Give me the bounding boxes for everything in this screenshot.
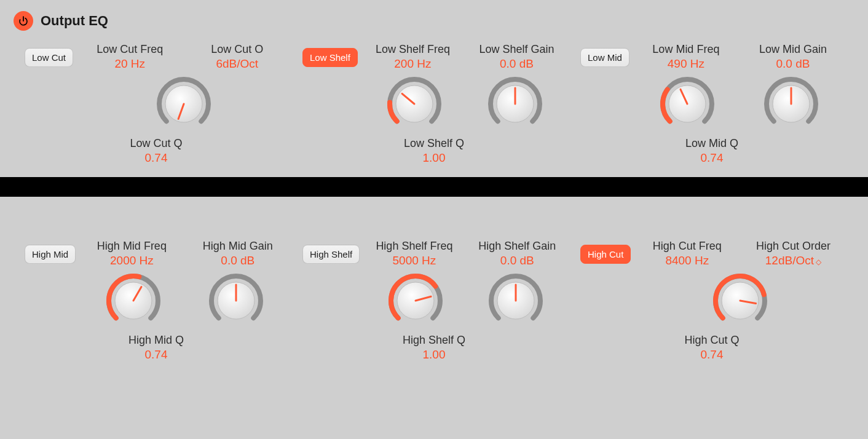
- band-high-shelf: High Shelf High Shelf Freq 5000 Hz High …: [295, 240, 573, 362]
- high-shelf-q-value[interactable]: 1.00: [302, 348, 566, 362]
- high-mid-gain-label: High Mid Gain: [203, 240, 273, 253]
- high-cut-freq-value[interactable]: 8400 Hz: [665, 254, 709, 267]
- high-shelf-q-param: High Shelf Q 1.00: [302, 334, 566, 362]
- power-icon: [18, 15, 29, 26]
- low-shelf-gain-label: Low Shelf Gain: [479, 43, 554, 56]
- low-mid-freq-value[interactable]: 490 Hz: [668, 57, 704, 71]
- low-cut-q-value[interactable]: 0.74: [25, 151, 288, 165]
- high-shelf-freq-param: High Shelf Freq 5000 Hz: [366, 240, 462, 267]
- high-cut-freq-knob[interactable]: [712, 272, 768, 329]
- high-mid-freq-value[interactable]: 2000 Hz: [110, 254, 154, 267]
- low-cut-freq-value[interactable]: 20 Hz: [114, 57, 145, 71]
- header: Output EQ: [0, 0, 868, 39]
- high-mid-q-value[interactable]: 0.74: [25, 348, 288, 362]
- low-shelf-freq-param: Low Shelf Freq 200 Hz: [364, 43, 462, 71]
- low-cut-freq-knob[interactable]: [156, 76, 212, 132]
- high-shelf-q-label: High Shelf Q: [302, 334, 566, 347]
- low-cut-button[interactable]: Low Cut: [25, 48, 73, 67]
- low-mid-q-label: Low Mid Q: [580, 137, 843, 150]
- high-mid-gain-knob[interactable]: [208, 272, 264, 329]
- high-shelf-gain-label: High Shelf Gain: [478, 240, 556, 253]
- row-divider: [0, 177, 868, 197]
- high-mid-gain-param: High Mid Gain 0.0 dB: [188, 240, 288, 267]
- high-shelf-freq-label: High Shelf Freq: [376, 240, 452, 253]
- low-cut-q-param: Low Cut Q 0.74: [25, 137, 288, 165]
- eq-row-1: Low Cut Low Cut Freq 20 Hz Low Cut O 6dB…: [0, 39, 868, 177]
- low-cut-freq-label: Low Cut Freq: [97, 43, 163, 56]
- page-title: Output EQ: [41, 13, 108, 29]
- low-mid-q-value[interactable]: 0.74: [580, 151, 843, 165]
- band-high-cut: High Cut High Cut Freq 8400 Hz High Cut …: [573, 240, 851, 362]
- high-cut-q-param: High Cut Q 0.74: [580, 334, 843, 362]
- high-cut-order-param: High Cut Order 12dB/Oct: [743, 240, 843, 267]
- high-mid-freq-knob[interactable]: [105, 272, 162, 329]
- low-shelf-q-label: Low Shelf Q: [302, 137, 566, 150]
- high-mid-button[interactable]: High Mid: [25, 245, 76, 264]
- low-shelf-gain-knob[interactable]: [487, 76, 543, 132]
- low-mid-gain-knob[interactable]: [763, 76, 819, 132]
- high-mid-q-label: High Mid Q: [25, 334, 288, 347]
- low-cut-order-param: Low Cut O 6dB/Oct: [187, 43, 288, 71]
- high-mid-freq-param: High Mid Freq 2000 Hz: [82, 240, 181, 267]
- power-button[interactable]: [14, 11, 33, 31]
- high-shelf-freq-knob[interactable]: [387, 272, 444, 329]
- low-mid-gain-value[interactable]: 0.0 dB: [776, 57, 810, 71]
- low-mid-q-param: Low Mid Q 0.74: [580, 137, 843, 165]
- band-low-cut: Low Cut Low Cut Freq 20 Hz Low Cut O 6dB…: [17, 43, 295, 165]
- low-mid-freq-param: Low Mid Freq 490 Hz: [636, 43, 736, 71]
- low-mid-gain-label: Low Mid Gain: [759, 43, 827, 56]
- high-cut-button[interactable]: High Cut: [580, 245, 631, 264]
- low-shelf-button[interactable]: Low Shelf: [302, 48, 358, 67]
- low-mid-freq-label: Low Mid Freq: [652, 43, 719, 56]
- high-cut-freq-param: High Cut Freq 8400 Hz: [637, 240, 737, 267]
- high-shelf-gain-param: High Shelf Gain 0.0 dB: [469, 240, 566, 267]
- low-cut-q-label: Low Cut Q: [25, 137, 288, 150]
- low-cut-order-label: Low Cut O: [211, 43, 263, 56]
- low-shelf-gain-param: Low Shelf Gain 0.0 dB: [468, 43, 566, 71]
- high-shelf-gain-value[interactable]: 0.0 dB: [500, 254, 534, 267]
- high-mid-freq-label: High Mid Freq: [97, 240, 167, 253]
- high-cut-order-value[interactable]: 12dB/Oct: [765, 254, 822, 267]
- high-cut-freq-label: High Cut Freq: [653, 240, 722, 253]
- high-cut-q-value[interactable]: 0.74: [580, 348, 843, 362]
- low-mid-button[interactable]: Low Mid: [580, 48, 629, 67]
- low-shelf-q-value[interactable]: 1.00: [302, 151, 566, 165]
- high-cut-order-label: High Cut Order: [756, 240, 831, 253]
- band-low-shelf: Low Shelf Low Shelf Freq 200 Hz Low Shel…: [295, 43, 573, 165]
- high-mid-q-param: High Mid Q 0.74: [25, 334, 288, 362]
- high-shelf-button[interactable]: High Shelf: [302, 245, 360, 264]
- low-shelf-freq-value[interactable]: 200 Hz: [394, 57, 431, 71]
- eq-row-2: High Mid High Mid Freq 2000 Hz High Mid …: [0, 197, 868, 374]
- low-cut-freq-param: Low Cut Freq 20 Hz: [79, 43, 180, 71]
- low-shelf-gain-value[interactable]: 0.0 dB: [500, 57, 534, 71]
- low-shelf-freq-knob[interactable]: [386, 76, 443, 132]
- low-cut-order-value[interactable]: 6dB/Oct: [216, 57, 258, 71]
- low-shelf-freq-label: Low Shelf Freq: [376, 43, 450, 56]
- high-shelf-gain-knob[interactable]: [487, 272, 544, 329]
- band-high-mid: High Mid High Mid Freq 2000 Hz High Mid …: [17, 240, 295, 362]
- low-mid-gain-param: Low Mid Gain 0.0 dB: [743, 43, 843, 71]
- band-low-mid: Low Mid Low Mid Freq 490 Hz Low Mid Gain…: [573, 43, 851, 165]
- low-mid-freq-knob[interactable]: [659, 76, 716, 132]
- high-mid-gain-value[interactable]: 0.0 dB: [221, 254, 254, 267]
- high-cut-q-label: High Cut Q: [580, 334, 843, 347]
- high-shelf-freq-value[interactable]: 5000 Hz: [393, 254, 436, 267]
- low-shelf-q-param: Low Shelf Q 1.00: [302, 137, 566, 165]
